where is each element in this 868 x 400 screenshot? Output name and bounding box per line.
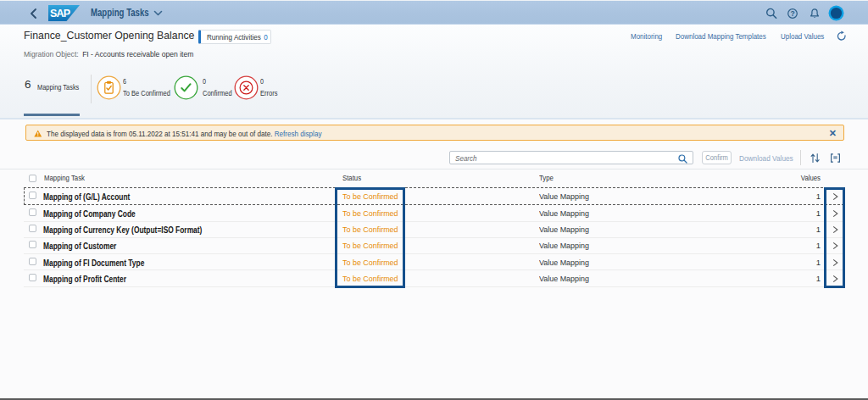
- svg-text:SAP: SAP: [50, 8, 70, 19]
- svg-text:?: ?: [790, 9, 794, 18]
